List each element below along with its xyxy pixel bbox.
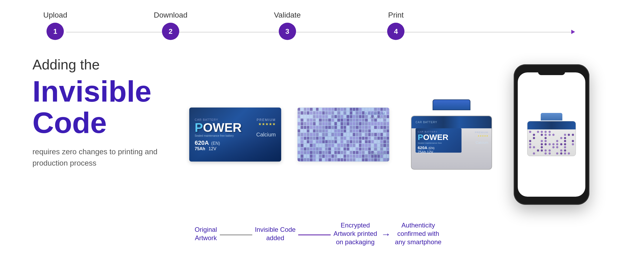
pixel-cell [383,137,386,140]
pixel-cell [353,137,355,140]
pixel-cell [341,140,343,143]
pixel-cell [328,133,331,136]
pixel-cell [337,133,340,136]
pixel-cell [353,108,355,111]
pixel-cell [362,144,364,147]
pixel-cell [356,126,358,129]
pixel-cell [359,155,361,158]
dot [529,143,531,145]
pixel-cell [328,148,331,150]
pixel-cell [298,122,300,125]
pixel-cell [380,144,383,147]
bat-handle [433,99,470,110]
pixel-cell [322,140,325,143]
pixel-cell [337,151,340,154]
pixel-cell [341,129,343,132]
dot [572,134,574,136]
dot-empty [571,146,575,149]
pixel-cell [359,126,361,129]
pixel-cell [313,119,316,122]
pixel-cell [359,111,361,114]
phone-frame [514,64,589,205]
dot-empty [552,149,555,152]
pixel-cell [337,119,340,122]
dot [545,143,547,145]
pixel-cell [365,140,367,143]
battery-spec-en: (EN) [211,141,220,146]
pixel-cell [331,126,334,129]
pixel-cell [380,108,383,111]
pixel-cell [350,122,352,125]
pixel-cell [304,129,306,132]
pixel-cell [310,151,312,154]
pixel-cell [350,137,352,140]
pixel-cell [380,148,383,150]
pixel-cell [319,119,321,122]
pixel-cell [319,115,321,118]
pixel-cell [387,126,389,129]
pixel-cell [304,158,306,161]
dot-empty [563,130,567,133]
pixel-cell [383,129,386,132]
dot [564,134,566,136]
pixel-cell [334,111,337,114]
pixel-cell [331,119,334,122]
pixel-cell [319,151,321,154]
pixel-cell [337,129,340,132]
dot [556,152,558,155]
pixel-cell [325,126,328,129]
pixel-cell [362,155,364,158]
pixel-cell [301,155,303,158]
step-1[interactable]: Upload 1 [43,11,67,40]
invisible-code-title: Invisible Code [32,76,168,138]
pixel-cell [310,148,312,150]
pixel-cell [347,140,349,143]
pixel-cell [365,148,367,150]
pixel-cell [365,108,367,111]
pixel-cell [387,158,389,161]
pixel-cell [316,144,318,147]
pixel-cell [319,122,321,125]
pixel-cell [316,108,318,111]
step-2[interactable]: Download 2 [154,11,188,40]
pixel-cell [328,140,331,143]
pixel-cell [362,122,364,125]
pixel-cell [347,129,349,132]
pixel-cell [353,111,355,114]
pixel-cell [380,140,383,143]
dot [560,143,562,145]
pixel-cell [362,126,364,129]
pixel-cell [341,119,343,122]
pixel-cell [383,158,386,161]
pixel-cell [347,155,349,158]
pixel-cell [307,126,309,129]
pixel-cell [347,108,349,111]
pixel-cell [350,140,352,143]
step-4[interactable]: Print 4 [387,11,404,40]
pixel-cell [301,108,303,111]
pixel-cell [328,122,331,125]
pixel-cell [325,122,328,125]
pixel-cell [362,133,364,136]
pixel-cell [319,144,321,147]
pixel-cell [337,115,340,118]
pixel-cell [334,137,337,140]
pixel-cell [307,137,309,140]
pixel-cell [365,126,367,129]
step-3[interactable]: Validate 3 [274,11,301,40]
pixel-cell [350,126,352,129]
pixel-cell [347,151,349,154]
dot-empty [536,134,540,136]
pixel-cell [298,155,300,158]
pixel-cell [344,122,346,125]
dot [568,152,570,155]
pixel-cell [344,115,346,118]
pixel-cell [356,148,358,150]
pixel-cell [374,133,377,136]
pixel-cell [356,129,358,132]
pixel-cell [387,119,389,122]
pixel-cell [344,148,346,150]
stepper-arrow [571,30,575,34]
dot [541,149,543,152]
pixel-cell [322,122,325,125]
